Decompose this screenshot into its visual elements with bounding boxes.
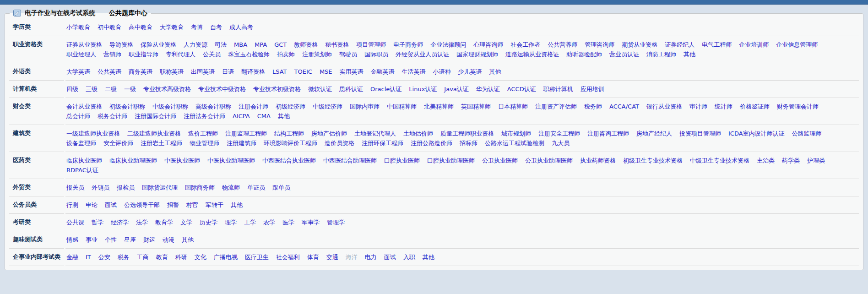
category-link[interactable]: 电力 bbox=[365, 254, 377, 261]
category-link[interactable]: ACCD认证 bbox=[507, 86, 536, 93]
category-link[interactable]: 拍卖师 bbox=[277, 51, 295, 58]
category-link[interactable]: 实用英语 bbox=[340, 68, 363, 75]
category-link[interactable]: 招警 bbox=[167, 201, 179, 208]
category-link[interactable]: 理学 bbox=[225, 219, 237, 226]
category-link[interactable]: 主治类 bbox=[757, 157, 775, 164]
category-link[interactable]: 临床执业助理医师 bbox=[109, 157, 157, 164]
category-link[interactable]: 出国英语 bbox=[191, 68, 215, 75]
category-link[interactable]: 科研 bbox=[175, 254, 187, 261]
category-link[interactable]: CMA bbox=[257, 113, 271, 120]
category-link[interactable]: 管理学 bbox=[327, 219, 345, 226]
category-link[interactable]: Linux认证 bbox=[409, 86, 437, 93]
category-link[interactable]: 消防工程师 bbox=[646, 51, 676, 58]
category-link[interactable]: 医疗卫生 bbox=[245, 254, 269, 261]
category-link[interactable]: 应用培训 bbox=[580, 86, 604, 93]
category-link[interactable]: 企业信息管理师 bbox=[776, 41, 818, 48]
category-link[interactable]: 银行从业资格 bbox=[646, 103, 682, 110]
category-link[interactable]: 职称英语 bbox=[160, 68, 184, 75]
category-link[interactable]: 英国精算师 bbox=[461, 103, 491, 110]
category-link[interactable]: 工商 bbox=[137, 254, 149, 261]
category-link[interactable]: 临床执业医师 bbox=[66, 157, 102, 164]
category-link[interactable]: 文学 bbox=[180, 219, 192, 226]
category-link[interactable]: 价格鉴证师 bbox=[740, 103, 770, 110]
category-link[interactable]: 注册国际会计师 bbox=[135, 113, 176, 120]
category-link[interactable]: 口腔执业医师 bbox=[384, 157, 420, 164]
category-link[interactable]: LSAT bbox=[272, 68, 287, 75]
category-link[interactable]: 面试 bbox=[384, 254, 396, 261]
category-link[interactable]: 期货从业资格 bbox=[622, 41, 657, 48]
category-link[interactable]: 保险从业资格 bbox=[141, 41, 176, 48]
category-link[interactable]: 农学 bbox=[263, 219, 275, 226]
category-link[interactable]: 物业管理师 bbox=[190, 140, 219, 147]
category-link[interactable]: 商务英语 bbox=[129, 68, 152, 75]
category-link[interactable]: Java认证 bbox=[444, 86, 468, 93]
category-link[interactable]: 专业技术中级资格 bbox=[198, 86, 246, 93]
category-link[interactable]: 司法 bbox=[215, 41, 227, 48]
category-link[interactable]: 生活英语 bbox=[402, 68, 426, 75]
category-link[interactable]: 报检员 bbox=[117, 184, 135, 191]
category-link[interactable]: 公安 bbox=[98, 254, 110, 261]
category-link[interactable]: 大学教育 bbox=[160, 24, 184, 31]
category-link[interactable]: 动漫 bbox=[163, 236, 174, 243]
category-link[interactable]: Oracle认证 bbox=[370, 86, 401, 93]
category-link[interactable]: 历史学 bbox=[200, 219, 217, 226]
category-link[interactable]: 法学 bbox=[136, 219, 148, 226]
category-link[interactable]: 二级建造师执业资格 bbox=[127, 130, 181, 137]
category-link[interactable]: 入职 bbox=[403, 254, 415, 261]
category-link[interactable]: 驾驶员 bbox=[339, 51, 357, 58]
category-link[interactable]: 公路监理师 bbox=[792, 130, 822, 137]
category-link[interactable]: 国际内审师 bbox=[350, 103, 380, 110]
category-link[interactable]: 星座 bbox=[124, 236, 136, 243]
category-link[interactable]: 注册策划师 bbox=[302, 51, 332, 58]
category-link[interactable]: 体育 bbox=[307, 254, 319, 261]
category-link[interactable]: 思科认证 bbox=[339, 86, 363, 93]
category-link[interactable]: 土地估价师 bbox=[403, 130, 433, 137]
category-link[interactable]: 高级会计职称 bbox=[195, 103, 231, 110]
category-link[interactable]: 土地登记代理人 bbox=[354, 130, 396, 137]
category-link[interactable]: 金融 bbox=[66, 254, 78, 261]
category-link[interactable]: 社会福利 bbox=[276, 254, 300, 261]
category-link[interactable]: 导游资格 bbox=[109, 41, 133, 48]
category-link[interactable]: 职业经理人 bbox=[66, 51, 96, 58]
category-link[interactable]: 其他 bbox=[231, 201, 243, 208]
category-link[interactable]: 设备监理师 bbox=[66, 140, 96, 147]
category-link[interactable]: 村官 bbox=[186, 201, 198, 208]
category-link[interactable]: 招标师 bbox=[460, 140, 477, 147]
category-link[interactable]: 国家理财规划师 bbox=[456, 51, 498, 58]
category-link[interactable]: 日本精算师 bbox=[498, 103, 528, 110]
category-link[interactable]: 环境影响评价工程师 bbox=[264, 140, 317, 147]
category-link[interactable]: 中西医结合执业医师 bbox=[262, 157, 316, 164]
category-link[interactable]: 公关员 bbox=[203, 51, 221, 58]
category-link[interactable]: 工学 bbox=[244, 219, 256, 226]
category-link[interactable]: 二级 bbox=[105, 86, 117, 93]
category-link[interactable]: 注册岩土工程师 bbox=[141, 140, 182, 147]
category-link[interactable]: 电子商务师 bbox=[393, 41, 423, 48]
category-link[interactable]: 注册公路造价师 bbox=[411, 140, 452, 147]
category-link[interactable]: 管理咨询师 bbox=[585, 41, 614, 48]
category-link[interactable]: 申论 bbox=[86, 201, 98, 208]
category-link[interactable]: 注册环保工程师 bbox=[362, 140, 403, 147]
category-link[interactable]: 其他 bbox=[684, 51, 695, 58]
category-link[interactable]: 总会计师 bbox=[66, 113, 90, 120]
category-link[interactable]: 翻译资格 bbox=[241, 68, 265, 75]
category-link[interactable]: 初级经济师 bbox=[276, 103, 305, 110]
category-link[interactable]: 公共课 bbox=[66, 219, 84, 226]
category-link[interactable]: 税务师 bbox=[584, 103, 602, 110]
category-link[interactable]: ACCA/CAT bbox=[609, 103, 639, 110]
category-link[interactable]: 小语种 bbox=[433, 68, 451, 75]
category-link[interactable]: 中级会计职称 bbox=[152, 103, 188, 110]
category-link[interactable]: 会计从业资格 bbox=[66, 103, 102, 110]
category-link[interactable]: 道路运输从业资格证 bbox=[505, 51, 559, 58]
category-link[interactable]: 其他 bbox=[278, 113, 290, 120]
category-link[interactable]: 哲学 bbox=[92, 219, 103, 226]
category-link[interactable]: 金融英语 bbox=[371, 68, 395, 75]
category-link[interactable]: 结构工程师 bbox=[274, 130, 304, 137]
category-link[interactable]: 社会工作者 bbox=[510, 41, 540, 48]
category-link[interactable]: 外经贸从业人员认证 bbox=[396, 51, 449, 58]
category-link[interactable]: 财运 bbox=[143, 236, 155, 243]
category-link[interactable]: 物流师 bbox=[222, 184, 240, 191]
category-link[interactable]: 文化 bbox=[195, 254, 206, 261]
category-link[interactable]: 跟单员 bbox=[272, 184, 290, 191]
category-link[interactable]: 四级 bbox=[66, 86, 78, 93]
category-link[interactable]: 考博 bbox=[191, 24, 203, 31]
